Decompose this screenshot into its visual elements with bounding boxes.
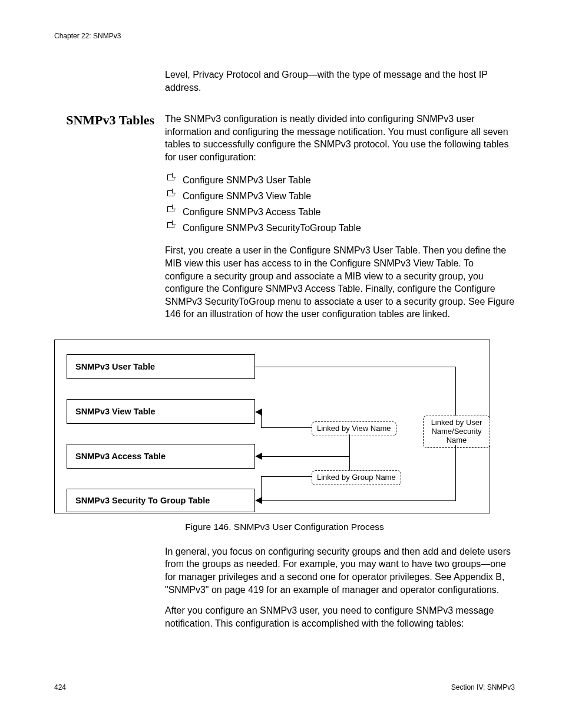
list-item: Configure SNMPv3 Access Table (165, 204, 515, 220)
figure-label-user: Linked by User Name/Security Name (423, 416, 490, 448)
section-heading: SNMPv3 Tables (54, 113, 165, 128)
chapter-header: Chapter 22: SNMPv3 (54, 32, 515, 40)
figure-label-view: Linked by View Name (312, 421, 396, 436)
arrow-icon (255, 453, 263, 460)
list-item-label: Configure SNMPv3 Access Table (183, 207, 320, 217)
list-item: Configure SNMPv3 View Table (165, 188, 515, 204)
page-footer: 424 Section IV: SNMPv3 (54, 683, 515, 691)
page-number: 424 (54, 683, 66, 691)
list-item-label: Configure SNMPv3 View Table (183, 191, 311, 201)
connector (455, 445, 456, 500)
list-item: Configure SNMPv3 SecurityToGroup Table (165, 220, 515, 236)
figure-146: SNMPv3 User Table SNMPv3 View Table SNMP… (54, 340, 515, 532)
list-item-label: Configure SNMPv3 User Table (183, 175, 311, 185)
after-p3: In general, you focus on configuring sec… (165, 545, 515, 596)
after-p4: After you configure an SNMPv3 user, you … (165, 604, 515, 630)
connector (261, 500, 456, 501)
list-item-label: Configure SNMPv3 SecurityToGroup Table (183, 223, 361, 233)
section-label: Section IV: SNMPv3 (451, 683, 515, 691)
config-bullet-list: Configure SNMPv3 User Table Configure SN… (165, 172, 515, 236)
bullet-icon (167, 222, 174, 228)
bullet-icon (167, 174, 174, 180)
list-item: Configure SNMPv3 User Table (165, 172, 515, 188)
bullet-icon (167, 190, 174, 196)
connector (261, 476, 312, 477)
connector (349, 434, 350, 470)
figure-table-access: SNMPv3 Access Table (67, 444, 255, 469)
svg-marker-1 (255, 453, 262, 460)
figure-label-group: Linked by Group Name (312, 470, 401, 485)
connector (455, 367, 456, 416)
section-p2: First, you create a user in the Configur… (165, 244, 515, 321)
figure-box: SNMPv3 User Table SNMPv3 View Table SNMP… (54, 340, 490, 513)
section-p1: The SNMPv3 configuration is neatly divid… (165, 113, 515, 163)
connector (261, 456, 350, 457)
bullet-icon (167, 206, 174, 212)
arrow-icon (255, 409, 263, 416)
connector (261, 427, 312, 428)
connector (255, 367, 455, 367)
intro-continuation: Level, Privacy Protocol and Group—with t… (165, 68, 515, 94)
figure-caption: Figure 146. SNMPv3 User Configuration Pr… (54, 522, 515, 532)
connector (261, 411, 262, 428)
figure-table-security: SNMPv3 Security To Group Table (67, 489, 255, 512)
figure-table-user: SNMPv3 User Table (67, 354, 255, 379)
figure-table-view: SNMPv3 View Table (67, 399, 255, 424)
